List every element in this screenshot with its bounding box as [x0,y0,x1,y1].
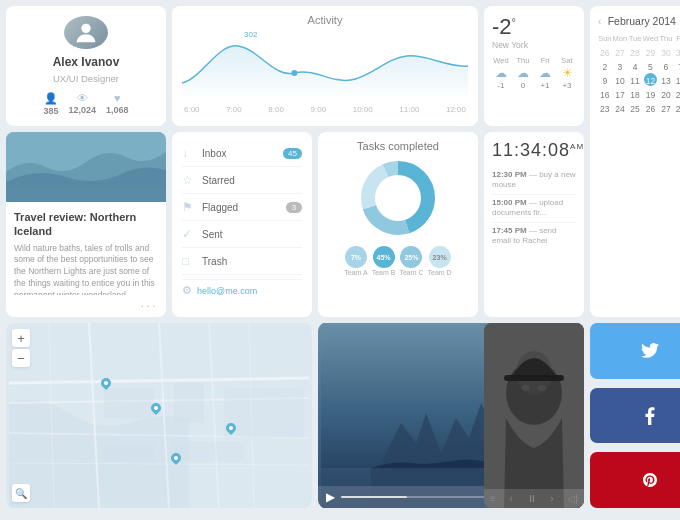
svg-point-1 [291,70,297,76]
email-address: hello@me.com [197,286,257,296]
weather-day-wed: Wed ☁ -1 [492,56,510,90]
calendar-day[interactable]: 28 [629,45,642,58]
calendar-day[interactable]: 24 [613,101,626,114]
team-c-name: Team C [399,269,423,276]
calendar-day[interactable]: 13 [659,73,672,86]
calendar-day[interactable]: 25 [629,101,642,114]
calendar-day[interactable]: 27 [613,45,626,58]
portrait-next-icon[interactable]: › [550,493,553,504]
tasks-donut-chart [358,158,438,238]
inbox-email[interactable]: ⚙ hello@me.com [182,279,302,297]
calendar-day[interactable]: 11 [629,73,642,86]
inbox-item-trash[interactable]: □ Trash [182,248,302,275]
clock-event-2: 15:00 PM — upload documents fir... [492,195,576,223]
map-zoom-controls: + − [12,329,30,367]
inbox-item-inbox[interactable]: ↓ Inbox 45 [182,140,302,167]
facebook-button[interactable] [590,388,680,444]
portrait-volume-icon[interactable]: ◁| [567,493,578,504]
calendar-day[interactable]: 28 [674,101,680,114]
calendar-day[interactable]: 14 [674,73,680,86]
pinterest-button[interactable] [590,452,680,508]
calendar-today[interactable]: 12 [644,73,657,86]
weather-forecast: Wed ☁ -1 Thu ☁ 0 Fri ☁ +1 Sat ☀ +3 [492,56,576,90]
calendar-day[interactable]: 3 [613,59,626,72]
views-count: 12,024 [68,105,96,115]
calendar-day[interactable]: 26 [598,45,611,58]
trash-label: Trash [202,256,302,267]
portrait-pause-icon[interactable]: ⏸ [527,493,537,504]
calendar-day[interactable]: 9 [598,73,611,86]
calendar-day[interactable]: 5 [644,59,657,72]
portrait-prev-icon[interactable]: ‹ [510,493,513,504]
svg-point-31 [522,385,530,391]
team-d-name: Team D [428,269,452,276]
calendar-day[interactable]: 2 [598,59,611,72]
calendar-day[interactable]: 30 [659,45,672,58]
team-labels: 7% Team A 45% Team B 25% Team C 23% Team… [344,246,451,276]
starred-icon: ☆ [182,173,196,187]
article-title: Travel review: Northern Iceland [14,210,158,239]
calendar-day[interactable]: 10 [613,73,626,86]
article-image [6,132,166,202]
svg-rect-22 [174,443,244,461]
video-play-button[interactable]: ▶ [326,490,335,504]
inbox-item-sent[interactable]: ✓ Sent [182,221,302,248]
stat-followers: 👤 385 [43,92,58,116]
team-c-pct: 25% [400,246,422,268]
team-d-label: 23% Team D [428,246,452,276]
calendar-day[interactable]: 6 [659,59,672,72]
calendar-day[interactable]: 18 [629,87,642,100]
calendar-day[interactable]: 23 [598,101,611,114]
calendar-header: ‹ February 2014 › ⊕ [598,14,680,28]
inbox-item-flagged[interactable]: ⚑ Flagged 3 [182,194,302,221]
map-zoom-in[interactable]: + [12,329,30,347]
map-card: + − 🔍 [6,323,312,508]
portrait-list-icon[interactable]: ≡ [490,493,496,504]
calendar-day[interactable]: 20 [659,87,672,100]
team-d-pct: 23% [429,246,451,268]
map-search-button[interactable]: 🔍 [12,484,30,502]
sent-label: Sent [202,229,302,240]
calendar-day[interactable]: 26 [644,101,657,114]
calendar-grid: Sun Mon Tue Wed Thu Fri Sat 26 27 28 29 … [598,33,680,114]
clock-event-1: 12:30 PM — buy a new mouse [492,167,576,195]
map-zoom-out[interactable]: − [12,349,30,367]
views-icon: 👁 [77,92,88,104]
article-content: Travel review: Northern Iceland Wild nat… [6,202,166,295]
clock-card: 11:34:08AM ⊕ 12:30 PM — buy a new mouse … [484,132,584,317]
clock-ampm: AM [570,142,584,151]
twitter-button[interactable] [590,323,680,379]
social-card [590,323,680,508]
stat-likes: ♥ 1,068 [106,92,129,116]
calendar-day[interactable]: 17 [613,87,626,100]
calendar-day[interactable]: 19 [644,87,657,100]
svg-point-0 [81,23,90,32]
flagged-label: Flagged [202,202,280,213]
calendar-day[interactable]: 7 [674,59,680,72]
inbox-item-starred[interactable]: ☆ Starred [182,167,302,194]
calendar-day[interactable]: 29 [644,45,657,58]
flagged-icon: ⚑ [182,200,196,214]
calendar-day[interactable]: 27 [659,101,672,114]
portrait-controls: ≡ ‹ ⏸ › ◁| [484,489,584,508]
team-b-name: Team B [372,269,396,276]
followers-count: 385 [43,106,58,116]
article-card: Travel review: Northern Iceland Wild nat… [6,132,166,317]
trash-icon: □ [182,254,196,268]
calendar-prev[interactable]: ‹ [598,16,601,27]
portrait-card: ≡ ‹ ⏸ › ◁| [484,323,584,508]
flagged-badge: 3 [286,202,302,213]
followers-icon: 👤 [44,92,58,105]
calendar-day[interactable]: 4 [629,59,642,72]
weather-card: -2° New York Wed ☁ -1 Thu ☁ 0 Fri ☁ +1 [484,6,584,126]
map-background: + − 🔍 [6,323,312,508]
weather-temperature: -2° [492,14,528,40]
calendar-day[interactable]: 21 [674,87,680,100]
likes-icon: ♥ [114,92,121,104]
team-a-name: Team A [344,269,367,276]
calendar-day[interactable]: 16 [598,87,611,100]
calendar-day[interactable]: 31 [674,45,680,58]
inbox-download-icon: ↓ [182,146,196,160]
inbox-label: Inbox [202,148,277,159]
article-more-icon[interactable]: ··· [6,295,166,317]
